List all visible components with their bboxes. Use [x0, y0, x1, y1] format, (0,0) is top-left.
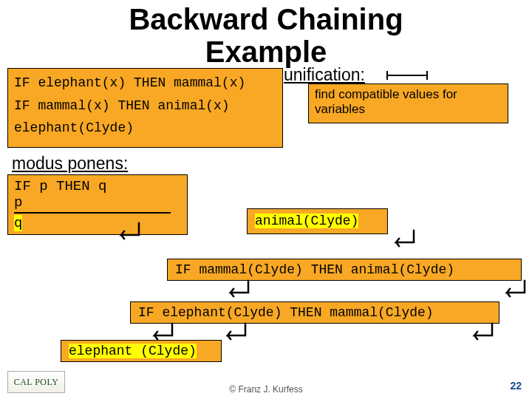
step-text-2: IF mammal(Clyde) THEN animal(Clyde) [175, 262, 454, 277]
bracket-icon [386, 68, 432, 83]
step-text-4: elephant (Clyde) [69, 344, 197, 358]
step-text-3: IF elephant(Clyde) THEN mammal(Clyde) [138, 305, 434, 320]
return-arrow-icon [150, 322, 177, 343]
return-arrow-icon [226, 279, 253, 300]
knowledge-base-box: IF elephant(x) THEN mammal(x) IF mammal(… [7, 68, 283, 148]
return-arrow-icon [117, 222, 143, 241]
kb-fact: elephant(Clyde) [14, 117, 276, 140]
step-box-4: elephant (Clyde) [61, 340, 222, 362]
kb-rule-2: IF mammal(x) THEN animal(x) [14, 95, 276, 117]
mp-premise-2: p [14, 194, 181, 211]
mp-conclusion: q [14, 215, 22, 231]
modus-ponens-box: IF p THEN q p q [7, 174, 188, 235]
goal-box: animal(Clyde) [247, 208, 388, 234]
step-box-2: IF mammal(Clyde) THEN animal(Clyde) [167, 259, 522, 281]
return-arrow-icon [470, 322, 497, 343]
unification-label: unification: [284, 65, 365, 85]
title-line-2: Example [205, 35, 327, 68]
page-number: 22 [510, 380, 522, 392]
step-box-3: IF elephant(Clyde) THEN mammal(Clyde) [130, 301, 499, 324]
kb-rule-1: IF elephant(x) THEN mammal(x) [14, 72, 276, 95]
return-arrow-icon [223, 322, 250, 343]
goal-text: animal(Clyde) [255, 214, 358, 228]
mp-premise-1: IF p THEN q [14, 178, 181, 194]
unification-text: find compatible values for variables [315, 87, 457, 116]
return-arrow-icon [502, 279, 529, 300]
unification-box: find compatible values for variables [308, 83, 508, 123]
modus-ponens-label: modus ponens: [12, 154, 128, 174]
return-arrow-icon [392, 229, 418, 250]
title-line-1: Backward Chaining [129, 3, 403, 35]
slide-title: Backward Chaining Example [0, 3, 532, 68]
copyright-text: © Franz J. Kurfess [0, 384, 532, 395]
